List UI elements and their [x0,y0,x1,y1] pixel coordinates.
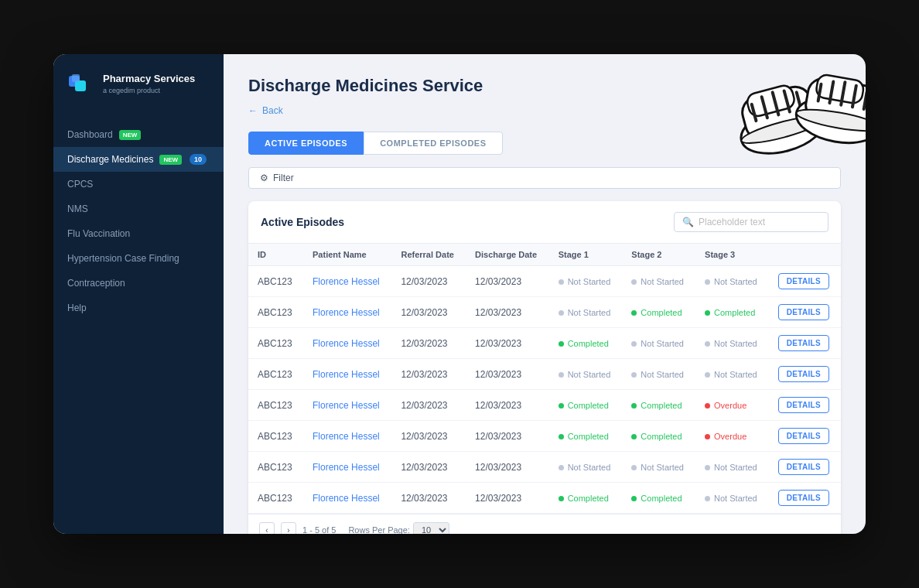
patient-link[interactable]: Florence Hessel [313,307,380,318]
nav-label-dashboard: Dashboard [67,129,113,140]
patient-link[interactable]: Florence Hessel [313,431,380,442]
cell-action: DETAILS [769,452,841,483]
cell-patient[interactable]: Florence Hessel [303,266,391,297]
details-button[interactable]: DETAILS [778,366,829,382]
patient-link[interactable]: Florence Hessel [313,493,380,504]
table-head-row: ID Patient Name Referral Date Discharge … [248,244,841,266]
table-row: ABC123 Florence Hessel 12/03/2023 12/03/… [248,483,841,514]
cell-patient[interactable]: Florence Hessel [303,297,391,328]
cell-stage2: Not Started [622,452,695,483]
cell-stage2: Not Started [622,359,695,390]
details-button[interactable]: DETAILS [778,397,829,413]
svg-rect-1 [75,80,86,91]
cell-stage1: Not Started [549,297,623,328]
table-section-title: Active Episodes [261,216,344,228]
cell-id: ABC123 [248,452,303,483]
cell-stage3: Overdue [695,390,769,421]
episodes-table: ID Patient Name Referral Date Discharge … [248,244,841,514]
table-row: ABC123 Florence Hessel 12/03/2023 12/03/… [248,359,841,390]
col-stage3: Stage 3 [695,244,769,266]
patient-link[interactable]: Florence Hessel [313,369,380,380]
sidebar-item-nms[interactable]: NMS [53,197,224,221]
cell-patient[interactable]: Florence Hessel [303,483,391,514]
cell-stage3: Not Started [695,452,769,483]
details-button[interactable]: DETAILS [778,459,829,475]
nav-label-nms: NMS [67,203,88,214]
sidebar-item-discharge-medicines[interactable]: Discharge Medicines NEW 10 [53,147,224,172]
nav-label-flu: Flu Vaccination [67,228,130,239]
cell-action: DETAILS [769,266,841,297]
nav-label-cpcs: CPCS [67,179,93,190]
sidebar-item-cpcs[interactable]: CPCS [53,172,224,197]
prev-page-button[interactable]: ‹ [259,522,275,534]
cell-discharge: 12/03/2023 [466,328,549,359]
cell-referral: 12/03/2023 [391,452,466,483]
search-icon: 🔍 [682,217,694,227]
nav-label-help: Help [67,303,87,313]
col-id: ID [248,244,303,266]
cell-stage1: Not Started [549,359,623,390]
col-stage1: Stage 1 [549,244,623,266]
cell-stage2: Completed [622,297,695,328]
sidebar-item-contraception[interactable]: Contraception [53,271,224,296]
episode-tabs: Active Episodes Completed Episodes [248,132,841,155]
cell-stage1: Not Started [549,266,623,297]
patient-link[interactable]: Florence Hessel [313,276,380,287]
cell-patient[interactable]: Florence Hessel [303,390,391,421]
back-arrow-icon: ← [248,105,258,116]
cell-id: ABC123 [248,266,303,297]
logo-text: Pharmacy Services a cegedim product [103,73,195,94]
episodes-table-container: Active Episodes 🔍 Placeholder text ID Pa… [248,201,841,534]
back-button[interactable]: ← Back [248,105,841,116]
cell-action: DETAILS [769,359,841,390]
cell-discharge: 12/03/2023 [466,359,549,390]
cell-stage3: Not Started [695,359,769,390]
cell-discharge: 12/03/2023 [466,452,549,483]
cell-referral: 12/03/2023 [391,390,466,421]
details-button[interactable]: DETAILS [778,273,829,289]
cell-patient[interactable]: Florence Hessel [303,421,391,452]
cell-action: DETAILS [769,421,841,452]
patient-link[interactable]: Florence Hessel [313,338,380,349]
tab-completed-episodes[interactable]: Completed Episodes [364,132,502,155]
table-row: ABC123 Florence Hessel 12/03/2023 12/03/… [248,421,841,452]
cell-id: ABC123 [248,421,303,452]
sidebar-item-dashboard[interactable]: Dashboard NEW [53,122,224,147]
back-label: Back [262,105,283,116]
cell-referral: 12/03/2023 [391,483,466,514]
nav-label-contraception: Contraception [67,278,125,289]
cell-stage3: Not Started [695,328,769,359]
sidebar-item-hypertension[interactable]: Hypertension Case Finding [53,246,224,271]
cell-patient[interactable]: Florence Hessel [303,328,391,359]
filter-button[interactable]: ⚙ Filter [248,167,841,189]
pagination-row: ‹ › 1 - 5 of 5 Rows Per Page: 10 25 50 [248,514,841,534]
badge-new-discharge: NEW [159,155,182,165]
tab-active-episodes[interactable]: Active Episodes [248,132,364,155]
cell-stage3: Not Started [695,483,769,514]
col-action [769,244,841,266]
cell-stage3: Overdue [695,421,769,452]
search-placeholder: Placeholder text [699,217,765,227]
details-button[interactable]: DETAILS [778,428,829,444]
rows-per-page-select[interactable]: 10 25 50 [413,522,449,534]
page-title: Discharge Medicines Service [248,76,841,96]
table-row: ABC123 Florence Hessel 12/03/2023 12/03/… [248,266,841,297]
filter-label: Filter [273,173,294,183]
cell-stage2: Completed [622,483,695,514]
sidebar-item-flu[interactable]: Flu Vaccination [53,221,224,246]
cell-id: ABC123 [248,390,303,421]
cell-patient[interactable]: Florence Hessel [303,452,391,483]
rows-per-page: Rows Per Page: 10 25 50 [348,522,449,534]
patient-link[interactable]: Florence Hessel [313,400,380,411]
cell-discharge: 12/03/2023 [466,390,549,421]
sidebar-item-help[interactable]: Help [53,296,224,320]
details-button[interactable]: DETAILS [778,304,829,320]
cell-patient[interactable]: Florence Hessel [303,359,391,390]
details-button[interactable]: DETAILS [778,335,829,351]
cell-stage1: Not Started [549,452,623,483]
next-page-button[interactable]: › [281,522,296,534]
details-button[interactable]: DETAILS [778,490,829,506]
search-box[interactable]: 🔍 Placeholder text [674,212,828,232]
patient-link[interactable]: Florence Hessel [313,462,380,473]
col-discharge: Discharge Date [466,244,549,266]
